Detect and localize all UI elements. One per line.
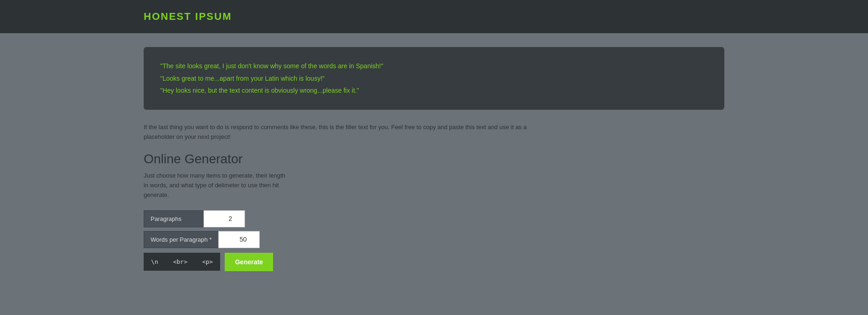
paragraphs-label: Paragraphs: [144, 210, 204, 227]
generator-title: Online Generator: [144, 152, 724, 166]
generator-subtitle: Just choose how many items to generate, …: [144, 171, 286, 200]
quote-line-2: "Looks great to me...apart from your Lat…: [160, 72, 708, 85]
delimiter-br-button[interactable]: <br>: [166, 253, 195, 271]
delimiter-row: \n <br> <p> Generate: [144, 253, 724, 271]
header: HONEST IPSUM: [0, 0, 868, 33]
paragraphs-field-row: Paragraphs: [144, 210, 284, 227]
words-per-paragraph-label: Words per Paragraph *: [144, 231, 218, 248]
description-text: If the last thing you want to do is resp…: [144, 123, 549, 142]
words-per-paragraph-field-row: Words per Paragraph *: [144, 231, 284, 248]
delimiter-newline-button[interactable]: \n: [144, 253, 166, 271]
quote-box: "The site looks great, I just don't know…: [144, 47, 724, 110]
delimiter-p-button[interactable]: <p>: [195, 253, 220, 271]
quote-line-3: "Hey looks nice, but the text content is…: [160, 84, 708, 97]
quote-line-1: "The site looks great, I just don't know…: [160, 60, 708, 72]
words-per-paragraph-input[interactable]: [218, 231, 260, 248]
main-content: "The site looks great, I just don't know…: [0, 33, 868, 285]
site-title: HONEST IPSUM: [144, 11, 232, 23]
generate-button[interactable]: Generate: [225, 253, 273, 271]
paragraphs-input[interactable]: [204, 210, 245, 227]
